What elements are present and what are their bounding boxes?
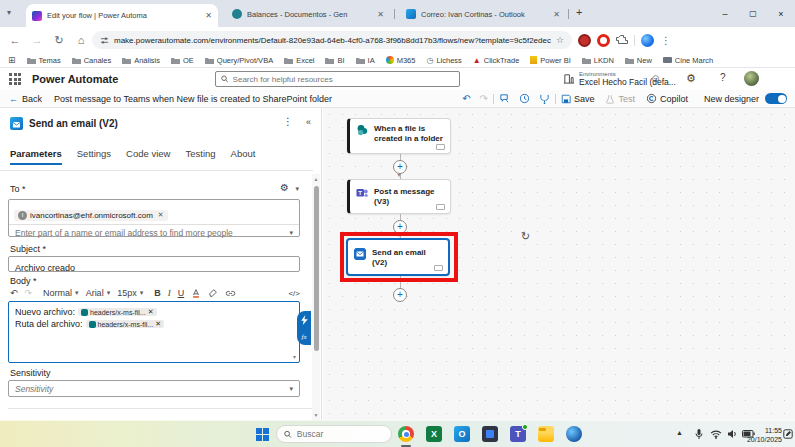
search-input[interactable] — [233, 75, 454, 84]
lightning-bolt-icon[interactable] — [301, 315, 308, 325]
bookmark-item-m365[interactable]: M365 — [386, 56, 416, 65]
subject-field[interactable] — [8, 256, 300, 272]
back-button[interactable]: Back — [22, 94, 42, 104]
start-button[interactable] — [256, 428, 269, 441]
bookmark-item[interactable]: Excel — [284, 56, 314, 65]
browser-tab-balances[interactable]: Balances - Documentos - Gen ✕ — [228, 5, 388, 23]
remove-recipient-icon[interactable]: ✕ — [158, 211, 164, 219]
editor-scroll-down-icon[interactable]: ▾ — [293, 353, 296, 360]
bookmark-item[interactable]: LKDN — [582, 56, 614, 65]
bookmark-item[interactable]: Temas — [27, 56, 61, 65]
window-minimize-button[interactable]: – — [711, 0, 739, 27]
bookmark-item-lichess[interactable]: ◷Lichess — [426, 56, 461, 65]
taskbar-search-input[interactable] — [297, 429, 384, 439]
action-card-post-message[interactable]: T Post a message (V3) — [347, 179, 451, 214]
extensions-puzzle-icon[interactable] — [616, 34, 628, 46]
taskbar-app2-icon[interactable] — [566, 426, 582, 442]
bookmark-item[interactable]: IA — [356, 56, 375, 65]
bookmark-item-powerbi[interactable]: Power BI — [530, 56, 570, 65]
rte-size-dropdown[interactable]: 15px▾ — [117, 288, 143, 298]
tab-close-icon[interactable]: ✕ — [553, 10, 560, 19]
copilot-button[interactable]: Copilot — [660, 94, 688, 104]
flow-canvas[interactable]: When a file is created in a folder + ▾ T… — [323, 108, 795, 420]
apps-grid-icon[interactable]: ⊞ — [8, 55, 16, 65]
settings-gear-icon[interactable]: ⚙ — [686, 72, 696, 85]
tab-settings[interactable]: Settings — [77, 148, 111, 165]
subject-input[interactable] — [9, 261, 299, 275]
sensitivity-dropdown[interactable]: ▾ — [8, 380, 300, 397]
tab-parameters[interactable]: Parameters — [10, 148, 62, 165]
taskbar-outlook-icon[interactable]: O — [454, 426, 470, 442]
remove-token-icon[interactable]: ✕ — [155, 320, 161, 328]
taskbar-clock[interactable]: 11:55 20/10/2025 — [747, 426, 782, 444]
adblock-extension-icon[interactable] — [578, 34, 591, 47]
taskbar-excel-icon[interactable]: X — [426, 426, 442, 442]
sensitivity-input[interactable] — [15, 384, 289, 394]
bookmark-item[interactable]: Canales — [72, 56, 112, 65]
microphone-icon[interactable] — [694, 428, 704, 440]
tab-about[interactable]: About — [231, 148, 256, 165]
bookmark-item[interactable]: Análisis — [122, 56, 160, 65]
trigger-card-when-file-created[interactable]: When a file is created in a folder — [347, 118, 451, 154]
speaker-icon[interactable] — [727, 429, 738, 439]
action-card-send-email-selected[interactable]: Send an email (V2) — [346, 238, 450, 276]
tray-chevron-icon[interactable]: ▲ — [676, 429, 683, 436]
rte-code-view-button[interactable]: </> — [288, 289, 300, 298]
rte-bold-button[interactable]: B — [154, 288, 161, 298]
window-maximize-button[interactable]: ▢ — [739, 0, 767, 27]
taskbar-app-icon[interactable] — [482, 426, 498, 442]
dynamic-content-chip[interactable]: headers/x-ms-fil... ✕ — [78, 308, 157, 316]
bookmark-item[interactable]: Query/Pivot/VBA — [205, 56, 273, 65]
bookmark-item-cinemarch[interactable]: Cine March — [663, 56, 713, 65]
dynamic-content-chip[interactable]: headers/x-ms-fil... ✕ — [86, 320, 165, 328]
taskbar-chrome-icon[interactable] — [398, 426, 414, 442]
wifi-icon[interactable] — [710, 430, 722, 439]
help-icon[interactable]: ? — [720, 72, 726, 83]
bookmark-item[interactable]: OE — [171, 56, 194, 65]
bookmark-item[interactable]: New — [625, 56, 652, 65]
opera-extension-icon[interactable] — [597, 34, 610, 47]
window-close-button[interactable]: × — [767, 0, 795, 27]
rte-redo-icon[interactable]: ↷ — [25, 288, 33, 298]
tab-close-icon[interactable]: ✕ — [205, 11, 212, 20]
notifications-icon[interactable] — [783, 429, 793, 439]
rte-undo-icon[interactable]: ↶ — [10, 288, 18, 298]
flow-checker-icon[interactable] — [499, 93, 510, 104]
site-settings-icon[interactable] — [100, 36, 109, 45]
undo-icon[interactable]: ↶ — [462, 93, 470, 104]
to-settings-gear-icon[interactable]: ⚙ — [280, 182, 289, 193]
taskbar-teams-icon[interactable]: T — [510, 426, 526, 442]
helpful-resources-search[interactable] — [215, 71, 460, 87]
rte-style-dropdown[interactable]: Normal▾ — [43, 288, 79, 298]
new-tab-button[interactable]: + — [576, 6, 582, 18]
expression-fx-button[interactable]: fx — [301, 333, 306, 341]
rte-italic-button[interactable]: I — [168, 288, 171, 298]
user-avatar[interactable] — [744, 71, 759, 86]
browser-back-icon[interactable]: ← — [4, 34, 26, 46]
feedback-smiley-icon[interactable]: ☺ — [650, 72, 661, 84]
rte-highlight-icon[interactable] — [208, 288, 218, 298]
url-field[interactable]: make.powerautomate.com/environments/Defa… — [92, 31, 572, 49]
redo-icon[interactable]: ↷ — [480, 93, 488, 104]
version-history-icon[interactable] — [519, 93, 530, 104]
to-expand-chevron-icon[interactable]: ▾ — [289, 229, 293, 237]
to-input[interactable] — [15, 228, 289, 238]
browser-home-icon[interactable]: ⌂ — [70, 34, 92, 46]
save-button[interactable]: Save — [574, 94, 595, 104]
to-options-chevron-icon[interactable]: ▾ — [295, 185, 299, 193]
to-field[interactable]: I ivancortinas@ehf.onmicrosoft.com ✕ ▾ — [8, 199, 300, 237]
bookmark-item[interactable]: BI — [325, 56, 344, 65]
taskbar-search[interactable] — [276, 425, 392, 443]
taskbar-explorer-icon[interactable] — [538, 426, 554, 442]
tab-testing[interactable]: Testing — [185, 148, 215, 165]
back-arrow-icon[interactable]: ← — [9, 94, 18, 104]
rte-font-dropdown[interactable]: Arial▾ — [86, 288, 111, 298]
rte-underline-button[interactable]: U — [178, 288, 185, 298]
test-button[interactable]: Test — [618, 94, 635, 104]
tab-close-icon[interactable]: ✕ — [377, 10, 384, 19]
insert-step-button[interactable]: + — [393, 288, 407, 302]
analytics-icon[interactable] — [539, 93, 550, 104]
rte-font-color-icon[interactable] — [191, 288, 201, 298]
bookmark-item-clicktrade[interactable]: ▲ClickTrade — [473, 56, 520, 65]
environment-picker[interactable]: Environments Excel Hecho Facil (defa... — [579, 71, 676, 87]
